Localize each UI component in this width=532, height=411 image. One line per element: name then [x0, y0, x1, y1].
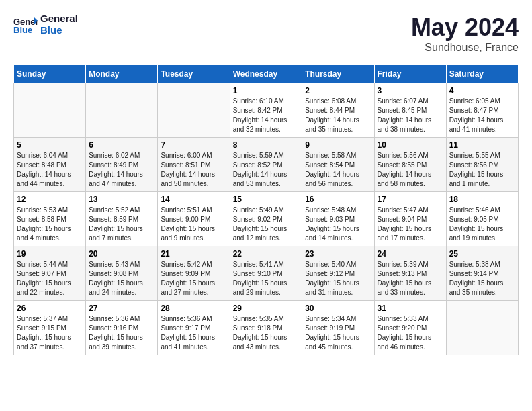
- day-info: Sunrise: 5:38 AMSunset: 9:14 PMDaylight:…: [449, 260, 515, 298]
- day-number: 10: [378, 140, 443, 150]
- day-number: 5: [17, 140, 83, 150]
- month-title: May 2024: [411, 13, 519, 42]
- day-number: 3: [378, 86, 443, 95]
- column-header-tuesday: Tuesday: [158, 65, 230, 83]
- column-header-monday: Monday: [86, 65, 158, 83]
- logo-line1: General: [40, 13, 78, 25]
- calendar-week-2: 5Sunrise: 6:04 AMSunset: 8:48 PMDaylight…: [14, 138, 519, 192]
- calendar-week-1: 1Sunrise: 6:10 AMSunset: 8:42 PMDaylight…: [14, 83, 519, 138]
- day-number: 2: [305, 86, 371, 95]
- day-number: 12: [17, 195, 83, 204]
- day-number: 26: [17, 304, 83, 313]
- day-info: Sunrise: 5:35 AMSunset: 9:18 PMDaylight:…: [233, 314, 300, 352]
- day-info: Sunrise: 6:05 AMSunset: 8:47 PMDaylight:…: [449, 97, 515, 134]
- day-info: Sunrise: 6:04 AMSunset: 8:48 PMDaylight:…: [17, 151, 83, 189]
- day-info: Sunrise: 5:36 AMSunset: 9:17 PMDaylight:…: [161, 314, 226, 352]
- calendar-cell: 24Sunrise: 5:39 AMSunset: 9:13 PMDayligh…: [374, 246, 446, 301]
- day-number: 24: [378, 249, 443, 259]
- calendar-cell: 18Sunrise: 5:46 AMSunset: 9:05 PMDayligh…: [446, 192, 518, 246]
- day-number: 15: [233, 195, 300, 204]
- day-info: Sunrise: 5:51 AMSunset: 9:00 PMDaylight:…: [161, 205, 226, 243]
- calendar-cell: 23Sunrise: 5:40 AMSunset: 9:12 PMDayligh…: [302, 246, 374, 301]
- calendar-cell: 21Sunrise: 5:42 AMSunset: 9:09 PMDayligh…: [158, 246, 230, 301]
- calendar-header-row: SundayMondayTuesdayWednesdayThursdayFrid…: [14, 65, 519, 83]
- day-number: 8: [233, 140, 300, 150]
- calendar-cell: 13Sunrise: 5:52 AMSunset: 8:59 PMDayligh…: [86, 192, 158, 246]
- day-number: 27: [89, 304, 154, 313]
- page-header: General Blue General Blue May 2024 Sundh…: [13, 13, 519, 54]
- calendar-cell: 15Sunrise: 5:49 AMSunset: 9:02 PMDayligh…: [230, 192, 302, 246]
- day-info: Sunrise: 5:34 AMSunset: 9:19 PMDaylight:…: [305, 314, 371, 352]
- day-number: 11: [449, 140, 515, 150]
- calendar-cell: 14Sunrise: 5:51 AMSunset: 9:00 PMDayligh…: [158, 192, 230, 246]
- calendar-cell: 31Sunrise: 5:33 AMSunset: 9:20 PMDayligh…: [374, 301, 446, 355]
- day-info: Sunrise: 5:46 AMSunset: 9:05 PMDaylight:…: [449, 205, 515, 243]
- day-number: 31: [378, 304, 443, 313]
- day-info: Sunrise: 5:40 AMSunset: 9:12 PMDaylight:…: [305, 260, 371, 298]
- calendar-cell: 3Sunrise: 6:07 AMSunset: 8:45 PMDaylight…: [374, 83, 446, 138]
- calendar-cell: 29Sunrise: 5:35 AMSunset: 9:18 PMDayligh…: [230, 301, 302, 355]
- location-subtitle: Sundhouse, France: [411, 42, 519, 54]
- day-info: Sunrise: 5:37 AMSunset: 9:15 PMDaylight:…: [17, 314, 83, 352]
- calendar-cell: 9Sunrise: 5:58 AMSunset: 8:54 PMDaylight…: [302, 138, 374, 192]
- day-number: 7: [161, 140, 226, 150]
- calendar-cell: 28Sunrise: 5:36 AMSunset: 9:17 PMDayligh…: [158, 301, 230, 355]
- calendar-cell: 27Sunrise: 5:36 AMSunset: 9:16 PMDayligh…: [86, 301, 158, 355]
- logo-line2: Blue: [40, 25, 78, 36]
- column-header-wednesday: Wednesday: [230, 65, 302, 83]
- day-info: Sunrise: 5:33 AMSunset: 9:20 PMDaylight:…: [378, 314, 443, 352]
- day-info: Sunrise: 5:44 AMSunset: 9:07 PMDaylight:…: [17, 260, 83, 298]
- calendar-cell: 17Sunrise: 5:47 AMSunset: 9:04 PMDayligh…: [374, 192, 446, 246]
- calendar-cell: 4Sunrise: 6:05 AMSunset: 8:47 PMDaylight…: [446, 83, 518, 138]
- calendar-cell: 6Sunrise: 6:02 AMSunset: 8:49 PMDaylight…: [86, 138, 158, 192]
- day-number: 4: [449, 86, 515, 95]
- calendar-cell: 5Sunrise: 6:04 AMSunset: 8:48 PMDaylight…: [14, 138, 86, 192]
- day-number: 6: [89, 140, 154, 150]
- day-number: 9: [305, 140, 371, 150]
- calendar-cell: 26Sunrise: 5:37 AMSunset: 9:15 PMDayligh…: [14, 301, 86, 355]
- calendar-cell: 1Sunrise: 6:10 AMSunset: 8:42 PMDaylight…: [230, 83, 302, 138]
- day-number: 19: [17, 249, 83, 259]
- svg-text:Blue: Blue: [13, 25, 32, 34]
- calendar-cell: [86, 83, 158, 138]
- calendar-week-3: 12Sunrise: 5:53 AMSunset: 8:58 PMDayligh…: [14, 192, 519, 246]
- day-info: Sunrise: 5:47 AMSunset: 9:04 PMDaylight:…: [378, 205, 443, 243]
- title-block: May 2024 Sundhouse, France: [411, 13, 519, 54]
- calendar-cell: 2Sunrise: 6:08 AMSunset: 8:44 PMDaylight…: [302, 83, 374, 138]
- day-info: Sunrise: 5:52 AMSunset: 8:59 PMDaylight:…: [89, 205, 154, 243]
- column-header-thursday: Thursday: [302, 65, 374, 83]
- column-header-saturday: Saturday: [446, 65, 518, 83]
- calendar-cell: 10Sunrise: 5:56 AMSunset: 8:55 PMDayligh…: [374, 138, 446, 192]
- day-info: Sunrise: 5:48 AMSunset: 9:03 PMDaylight:…: [305, 205, 371, 243]
- day-number: 22: [233, 249, 300, 259]
- calendar-cell: 19Sunrise: 5:44 AMSunset: 9:07 PMDayligh…: [14, 246, 86, 301]
- day-number: 14: [161, 195, 226, 204]
- calendar-cell: 8Sunrise: 5:59 AMSunset: 8:52 PMDaylight…: [230, 138, 302, 192]
- day-info: Sunrise: 6:07 AMSunset: 8:45 PMDaylight:…: [378, 97, 443, 134]
- day-number: 20: [89, 249, 154, 259]
- day-info: Sunrise: 5:58 AMSunset: 8:54 PMDaylight:…: [305, 151, 371, 189]
- calendar-cell: 22Sunrise: 5:41 AMSunset: 9:10 PMDayligh…: [230, 246, 302, 301]
- calendar-cell: [158, 83, 230, 138]
- calendar-week-4: 19Sunrise: 5:44 AMSunset: 9:07 PMDayligh…: [14, 246, 519, 301]
- day-info: Sunrise: 5:39 AMSunset: 9:13 PMDaylight:…: [378, 260, 443, 298]
- calendar-cell: 12Sunrise: 5:53 AMSunset: 8:58 PMDayligh…: [14, 192, 86, 246]
- day-number: 29: [233, 304, 300, 313]
- day-number: 18: [449, 195, 515, 204]
- day-number: 23: [305, 249, 371, 259]
- day-info: Sunrise: 6:00 AMSunset: 8:51 PMDaylight:…: [161, 151, 226, 189]
- calendar-cell: 16Sunrise: 5:48 AMSunset: 9:03 PMDayligh…: [302, 192, 374, 246]
- day-info: Sunrise: 5:49 AMSunset: 9:02 PMDaylight:…: [233, 205, 300, 243]
- day-info: Sunrise: 6:08 AMSunset: 8:44 PMDaylight:…: [305, 97, 371, 134]
- day-info: Sunrise: 5:56 AMSunset: 8:55 PMDaylight:…: [378, 151, 443, 189]
- column-header-sunday: Sunday: [14, 65, 86, 83]
- day-number: 25: [449, 249, 515, 259]
- day-number: 21: [161, 249, 226, 259]
- day-number: 13: [89, 195, 154, 204]
- logo-icon: General Blue: [13, 15, 38, 34]
- day-number: 30: [305, 304, 371, 313]
- logo: General Blue General Blue: [13, 13, 78, 36]
- calendar-cell: 20Sunrise: 5:43 AMSunset: 9:08 PMDayligh…: [86, 246, 158, 301]
- day-info: Sunrise: 5:41 AMSunset: 9:10 PMDaylight:…: [233, 260, 300, 298]
- day-number: 28: [161, 304, 226, 313]
